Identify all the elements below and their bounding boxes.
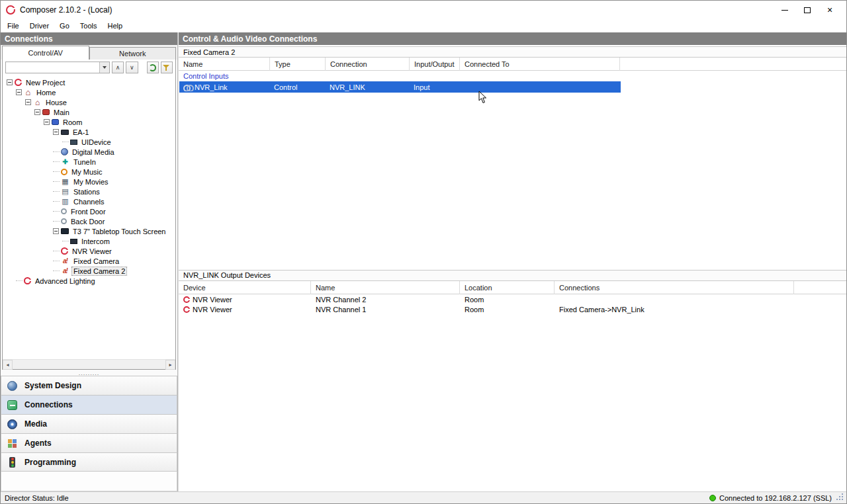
director-status-text: Director Status: Idle [5, 494, 69, 502]
filter-button[interactable] [161, 62, 173, 73]
tree-item-nvr-viewer[interactable]: NVR Viewer [3, 246, 175, 256]
connection-status: Connected to 192.168.2.127 (SSL) [709, 494, 842, 502]
tree-connector [53, 221, 60, 222]
window-title: Composer 2.10.2 - (Local) [20, 5, 112, 15]
tree-item-label: Main [52, 108, 71, 116]
nav-programming[interactable]: Programming [1, 452, 177, 472]
column-header-input-output[interactable]: Input/Output [410, 58, 460, 71]
tree-item-ea-1[interactable]: EA-1 [3, 127, 175, 137]
front-door-icon [61, 208, 67, 214]
menu-tools[interactable]: Tools [75, 21, 103, 31]
splitter-handle[interactable] [1, 370, 177, 376]
maximize-button[interactable] [796, 2, 819, 18]
tab-control-av[interactable]: Control/AV [2, 46, 89, 60]
tree-connector [53, 191, 60, 192]
tree-item-intercom[interactable]: Intercom [3, 236, 175, 246]
tree-item-back-door[interactable]: Back Door [3, 216, 175, 226]
output-location-cell: Room [460, 296, 555, 304]
tree-item-home[interactable]: Home [3, 87, 175, 97]
nav-media[interactable]: Media [1, 414, 177, 433]
menu-go[interactable]: Go [54, 21, 75, 31]
scroll-left-icon[interactable] [3, 360, 13, 370]
connection-row[interactable]: NVR_LinkControlNVR_LINKInput [179, 81, 621, 93]
combo-dropdown-button[interactable] [99, 62, 109, 73]
sidebar-panel-title: Connections [1, 32, 177, 45]
tree-item-my-movies[interactable]: My Movies [3, 177, 175, 187]
menu-file[interactable]: File [2, 21, 24, 31]
output-column-header-location[interactable]: Location [460, 281, 555, 294]
output-column-header-connections[interactable]: Connections [555, 281, 794, 294]
nav-label: Connections [24, 400, 73, 409]
tree-connector [53, 201, 60, 202]
collapse-toggle-icon[interactable] [34, 109, 40, 115]
scroll-right-icon[interactable] [165, 360, 175, 370]
connection-status-text: Connected to 192.168.2.127 (SSL) [719, 494, 832, 502]
tree-connector [53, 171, 60, 172]
my-movies-icon [61, 177, 69, 186]
collapse-toggle-icon[interactable] [25, 99, 31, 105]
tree-item-my-music[interactable]: My Music [3, 167, 175, 177]
tree-item-uidevice[interactable]: UIDevice [3, 137, 175, 147]
tree-item-fixed-camera[interactable]: Fixed Camera [3, 256, 175, 266]
tree-item-label: New Project [24, 79, 66, 87]
column-header-name[interactable]: Name [179, 58, 270, 71]
digital-media-icon [61, 148, 68, 155]
output-device-row[interactable]: NVR ViewerNVR Channel 1RoomFixed Camera-… [179, 305, 846, 315]
tree-item-digital-media[interactable]: Digital Media [3, 147, 175, 157]
refresh-icon [149, 64, 156, 71]
output-device-row[interactable]: NVR ViewerNVR Channel 2Room [179, 295, 846, 305]
tree-connector [53, 151, 60, 152]
tree-item-t3-7-tabletop-touch-screen[interactable]: T3 7" Tabletop Touch Screen [3, 226, 175, 236]
tree-item-front-door[interactable]: Front Door [3, 206, 175, 216]
tree-connector [16, 280, 22, 281]
tree-item-label: My Music [70, 168, 103, 176]
find-next-button[interactable] [126, 62, 138, 73]
device-tree: New ProjectHomeHouseMainRoomEA-1UIDevice… [3, 75, 175, 359]
tab-network[interactable]: Network [89, 47, 177, 60]
nav-agents[interactable]: Agents [1, 433, 177, 452]
tree-connector [53, 261, 60, 261]
output-column-header-name[interactable]: Name [311, 281, 460, 294]
column-header-type[interactable]: Type [270, 58, 326, 71]
collapse-toggle-icon[interactable] [53, 228, 59, 234]
find-previous-button[interactable] [112, 62, 124, 73]
connection-status-icon [709, 495, 716, 501]
output-column-header-device[interactable]: Device [179, 281, 311, 294]
tree-item-new-project[interactable]: New Project [3, 77, 175, 87]
tree-item-tunein[interactable]: TuneIn [3, 157, 175, 167]
tree-item-label: T3 7" Tabletop Touch Screen [71, 228, 167, 235]
search-input[interactable] [6, 62, 99, 73]
refresh-button[interactable] [147, 62, 159, 73]
tree-hscrollbar[interactable] [3, 359, 175, 369]
device-search-combobox[interactable] [5, 62, 110, 73]
room-icon [52, 119, 59, 125]
scroll-track[interactable] [13, 360, 165, 370]
collapse-toggle-icon[interactable] [16, 89, 22, 95]
sidebar-tab-page: New ProjectHomeHouseMainRoomEA-1UIDevice… [2, 60, 176, 370]
collapse-toggle-icon[interactable] [7, 79, 13, 85]
nav-connections[interactable]: Connections [1, 395, 177, 414]
collapse-toggle-icon[interactable] [53, 129, 59, 135]
nvr-viewer-icon [183, 296, 190, 303]
menu-driver[interactable]: Driver [24, 21, 54, 31]
tree-item-house[interactable]: House [3, 97, 175, 107]
column-header-connected-to[interactable]: Connected To [460, 58, 620, 71]
tree-item-main[interactable]: Main [3, 107, 175, 117]
tree-item-channels[interactable]: Channels [3, 196, 175, 206]
tree-item-advanced-lighting[interactable]: Advanced Lighting [3, 276, 175, 286]
tunein-icon [61, 157, 69, 166]
minimize-button[interactable] [774, 2, 796, 18]
collapse-toggle-icon[interactable] [44, 119, 50, 125]
menu-help[interactable]: Help [102, 21, 128, 31]
tree-item-stations[interactable]: Stations [3, 187, 175, 196]
chevron-down-icon [103, 66, 107, 69]
tree-item-fixed-camera-2[interactable]: Fixed Camera 2 [3, 266, 175, 276]
nav-system-design[interactable]: System Design [1, 376, 177, 395]
window-controls: × [774, 2, 841, 18]
resize-grip[interactable] [836, 493, 844, 501]
column-header-connection[interactable]: Connection [326, 58, 410, 71]
sidebar-tabs: Control/AVNetwork [1, 45, 177, 60]
tree-item-room[interactable]: Room [3, 117, 175, 127]
close-button[interactable]: × [819, 2, 841, 18]
media-icon [7, 419, 17, 429]
